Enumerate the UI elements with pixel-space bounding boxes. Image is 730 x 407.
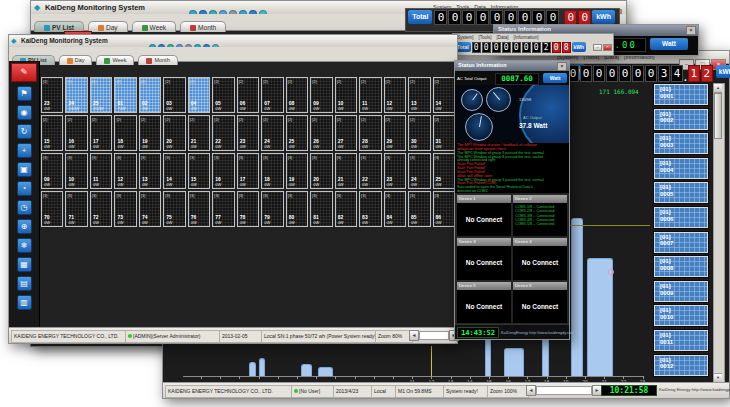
slider-left-icon[interactable]: ◄ bbox=[526, 385, 536, 396]
pv-tile-25[interactable]: [3]250W bbox=[433, 153, 455, 189]
pv-tile-07[interactable]: [2]070W bbox=[261, 77, 283, 113]
camera-3-icon[interactable]: ▥ bbox=[17, 295, 32, 310]
pv-tile-19[interactable]: [2]190W bbox=[139, 115, 161, 151]
panel-0011[interactable]: [01]0011 bbox=[653, 329, 709, 352]
tab-week[interactable]: Week bbox=[96, 55, 134, 65]
pv-tile-71[interactable]: [3]710W bbox=[65, 191, 87, 227]
pv-tile-20[interactable]: [2]200W bbox=[163, 115, 185, 151]
close-button[interactable]: × bbox=[603, 44, 612, 51]
pv-tile-11[interactable]: [2]110W bbox=[359, 77, 381, 113]
pv-tile-13[interactable]: [2]130W bbox=[408, 77, 430, 113]
zoom-slider[interactable]: ◄► bbox=[409, 330, 459, 348]
pv-tile-80[interactable]: [3]800W bbox=[286, 191, 308, 227]
panel-0008[interactable]: [01]0008 bbox=[653, 255, 709, 278]
pv-tile-17[interactable]: [3]170W bbox=[237, 153, 259, 189]
pv-tile-14[interactable]: [3]140W bbox=[163, 153, 185, 189]
slider-track[interactable] bbox=[419, 331, 449, 340]
pv-tile-73[interactable]: [3]730W bbox=[114, 191, 136, 227]
flag-icon[interactable]: ⚑ bbox=[17, 86, 32, 101]
pv-tile-21[interactable]: [2]210W bbox=[188, 115, 210, 151]
pv-tile-15[interactable]: [2]150W bbox=[41, 115, 63, 151]
window-button[interactable]: – bbox=[593, 44, 602, 51]
camera-1-icon[interactable]: ▦ bbox=[17, 257, 32, 272]
pv-tile-24[interactable]: [3]240W bbox=[408, 153, 430, 189]
pv-tile-26[interactable]: [2]260W bbox=[310, 115, 332, 151]
pv-tile-14[interactable]: [2]140W bbox=[433, 77, 455, 113]
pv-tile-25[interactable]: [2]250W bbox=[286, 115, 308, 151]
pv-tile-70[interactable]: [3]700W bbox=[41, 191, 63, 227]
tab-day[interactable]: Day bbox=[88, 21, 128, 32]
pv-tile-72[interactable]: [3]720W bbox=[90, 191, 112, 227]
panel-0005[interactable]: [01]0005 bbox=[653, 181, 709, 204]
slider-left-icon[interactable]: ◄ bbox=[409, 330, 419, 341]
pv-tile-29[interactable]: [2]290W bbox=[384, 115, 406, 151]
pv-tile-81[interactable]: [3]810W bbox=[310, 191, 332, 227]
pv-tile-28[interactable]: [2]280W bbox=[359, 115, 381, 151]
pv-tile-03[interactable]: [2]030W bbox=[163, 77, 185, 113]
pv-tile-09[interactable]: [2]090W bbox=[310, 77, 332, 113]
slider-track[interactable] bbox=[536, 386, 592, 395]
watt-button[interactable]: Watt bbox=[543, 73, 567, 83]
pv-tile-22[interactable]: [2]220W bbox=[212, 115, 234, 151]
meter-icon[interactable]: ◔ bbox=[17, 181, 32, 196]
pv-tile-23[interactable]: [2]230W bbox=[237, 115, 259, 151]
pv-tile-25[interactable]: [1]25252W bbox=[90, 77, 112, 113]
tab-month[interactable]: Month bbox=[138, 55, 177, 65]
scroll-thumb[interactable] bbox=[714, 93, 722, 139]
pv-tile-23[interactable]: [1]230W bbox=[41, 77, 63, 113]
panel-0004[interactable]: [01]0004 bbox=[653, 157, 709, 180]
pv-tile-05[interactable]: [2]050W bbox=[212, 77, 234, 113]
pv-tile-02[interactable]: [2]022W bbox=[139, 77, 161, 113]
snowflake-icon[interactable]: ❄ bbox=[17, 238, 32, 253]
panel-0003[interactable]: [01]0003 bbox=[653, 132, 709, 155]
tab-day[interactable]: Day bbox=[59, 55, 93, 65]
pv-tile-22[interactable]: [3]220W bbox=[359, 153, 381, 189]
panel-0010[interactable]: [01]0010 bbox=[653, 304, 709, 327]
menu-data[interactable]: [Data] bbox=[497, 35, 509, 40]
pv-tile-04[interactable]: [2]042W bbox=[188, 77, 210, 113]
pv-tile-31[interactable]: [2]310W bbox=[433, 115, 455, 151]
pv-tile-82[interactable]: [3]820W bbox=[335, 191, 357, 227]
panel-0007[interactable]: [01]0007 bbox=[653, 231, 709, 254]
pv-tile-15[interactable]: [3]150W bbox=[188, 153, 210, 189]
pv-tile-24[interactable]: [2]240W bbox=[261, 115, 283, 151]
pv-tile-16[interactable]: [2]160W bbox=[65, 115, 87, 151]
pv-tile-13[interactable]: [3]130W bbox=[139, 153, 161, 189]
close-icon[interactable]: × bbox=[686, 26, 696, 35]
pv-tile-74[interactable]: [3]740W bbox=[139, 191, 161, 227]
pv-tile-12[interactable]: [3]120W bbox=[114, 153, 136, 189]
scroll-up-icon[interactable]: ▲ bbox=[714, 84, 722, 93]
panel-0012[interactable]: [01]0012 bbox=[653, 354, 709, 377]
close-icon[interactable]: × bbox=[557, 62, 567, 71]
pv-tile-06[interactable]: [2]060W bbox=[237, 77, 259, 113]
pv-tile-27[interactable]: [2]270W bbox=[335, 115, 357, 151]
globe-icon[interactable]: ⊕ bbox=[17, 219, 32, 234]
pv-tile-75[interactable]: [3]750W bbox=[163, 191, 185, 227]
power-icon[interactable]: ◉ bbox=[17, 105, 32, 120]
menu-information[interactable]: [Information] bbox=[514, 35, 539, 40]
panel-0006[interactable]: [01]0006 bbox=[653, 206, 709, 229]
pv-tile-19[interactable]: [3]190W bbox=[286, 153, 308, 189]
panel-0009[interactable]: [01]0009 bbox=[653, 280, 709, 303]
clock-icon[interactable]: ◷ bbox=[17, 200, 32, 215]
tools-button[interactable]: ✎ bbox=[11, 63, 37, 82]
pv-tile-16[interactable]: [3]160W bbox=[212, 153, 234, 189]
pv-tile-30[interactable]: [2]300W bbox=[408, 115, 430, 151]
pv-tile-20[interactable]: [3]200W bbox=[310, 153, 332, 189]
pv-tile-12[interactable]: [2]120W bbox=[384, 77, 406, 113]
pv-tile-76[interactable]: [3]760W bbox=[188, 191, 210, 227]
tab-week[interactable]: Week bbox=[132, 21, 177, 32]
pv-tile-08[interactable]: [2]080W bbox=[286, 77, 308, 113]
pv-tile-09[interactable]: [3]090W bbox=[41, 153, 63, 189]
pv-tile-10[interactable]: [3]100W bbox=[65, 153, 87, 189]
zoom-slider[interactable]: ◄► bbox=[526, 385, 602, 403]
panel-0002[interactable]: [01]0002 bbox=[653, 108, 709, 131]
panel-0001[interactable]: [01]0001 bbox=[653, 83, 709, 106]
pv-tile-18[interactable]: [3]180W bbox=[261, 153, 283, 189]
fan-icon[interactable]: + bbox=[17, 143, 32, 158]
pv-tile-77[interactable]: [3]770W bbox=[212, 191, 234, 227]
pv-tile-17[interactable]: [2]170W bbox=[90, 115, 112, 151]
display-icon[interactable]: ▣ bbox=[17, 162, 32, 177]
refresh-icon[interactable]: ↻ bbox=[17, 124, 32, 139]
tab-month[interactable]: Month bbox=[180, 21, 226, 32]
